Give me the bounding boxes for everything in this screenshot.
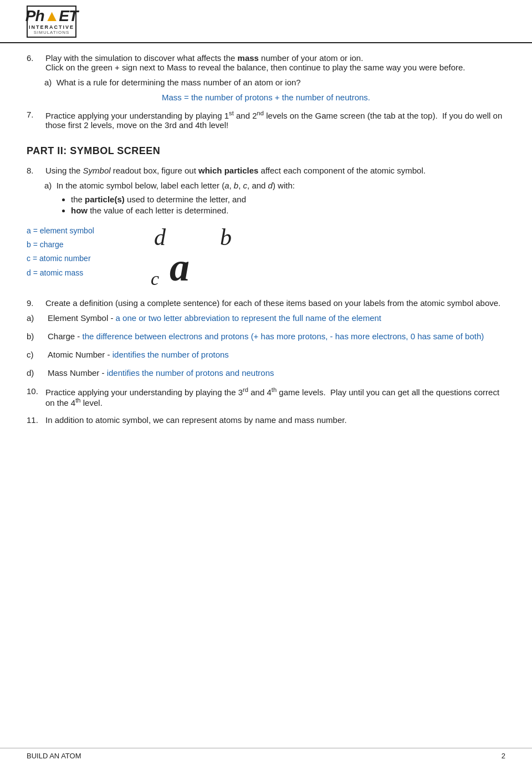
page-footer: BUILD AN ATOM 2 (0, 748, 532, 760)
q8a-bold-particle: particle(s) (85, 195, 125, 204)
q6a-answer: Mass = the number of protons + the numbe… (27, 93, 505, 102)
q9-row: 9. Create a definition (using a complete… (27, 298, 505, 308)
question-6: 6. Play with the simulation to discover … (27, 53, 505, 102)
footer-right: 2 (502, 752, 505, 760)
q7-sup2: nd (257, 110, 264, 116)
q6-text: Play with the simulation to discover wha… (45, 53, 505, 72)
q8a-bullet2: how the value of each letter is determin… (71, 206, 505, 215)
sym-a: a (170, 244, 190, 290)
logo-interactive: INTERACTIVE (29, 24, 74, 30)
sym-d: d (154, 224, 166, 251)
q8a-bold-how: how (71, 206, 88, 215)
q8-number: 8. (27, 166, 42, 175)
q11-text: In addition to atomic symbol, we can rep… (45, 415, 505, 425)
q8a-bullet1: the particle(s) used to determine the le… (71, 195, 505, 204)
question-8: 8. Using the Symbol readout box, figure … (27, 166, 505, 290)
q8-italic-symbol: Symbol (83, 166, 111, 175)
label-d: d = atomic mass (27, 266, 126, 280)
q8a-c: c (243, 181, 248, 190)
q8-row: 8. Using the Symbol readout box, figure … (27, 166, 505, 175)
q9d-content: Mass Number - identifies the number of p… (48, 368, 505, 378)
q10-sup3: th (75, 397, 80, 404)
q10-row: 10. Practice applying your understanding… (27, 386, 505, 407)
q9a-label: a) (27, 313, 44, 323)
part2-heading: Part II: Symbol Screen (27, 145, 505, 157)
q9-number: 9. (27, 298, 42, 308)
q9b-label: b) (27, 332, 44, 341)
q9b-def: b) Charge - the difference between elect… (27, 332, 505, 341)
page-content: 6. Play with the simulation to discover … (0, 53, 532, 466)
symbol-diagram: a = element symbol b = charge c = atomic… (27, 224, 505, 290)
q8a-bullets: the particle(s) used to determine the le… (71, 195, 505, 215)
logo-text: Ph▲ET (25, 8, 78, 24)
question-11: 11. In addition to atomic symbol, we can… (27, 415, 505, 425)
q6a-label: a) What is a rule for determining the ma… (44, 78, 301, 87)
label-b: b = charge (27, 238, 126, 252)
q6a-answer-text: Mass = the number of protons + the numbe… (162, 93, 370, 102)
q9c-label: c) (27, 350, 44, 359)
q9c-answer: identifies the number of protons (112, 350, 229, 359)
q8a-row: a) In the atomic symbol below, label eac… (44, 181, 505, 190)
label-a: a = element symbol (27, 224, 126, 238)
phet-logo: Ph▲ET INTERACTIVE SIMULATIONS (27, 6, 76, 38)
q8-bold-particles: which particles (198, 166, 258, 175)
footer-left: BUILD AN ATOM (27, 752, 81, 760)
q9a-def: a) Element Symbol - a one or two letter … (27, 313, 505, 323)
logo-simulations: SIMULATIONS (34, 30, 70, 35)
q10-text: Practice applying your understanding by … (45, 386, 505, 407)
q6a-row: a) What is a rule for determining the ma… (44, 78, 505, 87)
q8-text: Using the Symbol readout box, figure out… (45, 166, 505, 175)
q8a-a: a (224, 181, 229, 190)
q9b-answer: the difference between electrons and pro… (83, 332, 484, 341)
q8a-b: b (234, 181, 238, 190)
q11-number: 11. (27, 415, 42, 425)
q6-row: 6. Play with the simulation to discover … (27, 53, 505, 72)
q9d-answer: identifies the number of protons and neu… (107, 368, 274, 378)
q9c-def: c) Atomic Number - identifies the number… (27, 350, 505, 359)
q7-sup1: st (229, 110, 234, 116)
sym-c: c (151, 268, 159, 289)
q9c-content: Atomic Number - identifies the number of… (48, 350, 505, 359)
q9a-content: Element Symbol - a one or two letter abb… (48, 313, 505, 323)
q10-sup2: th (272, 386, 277, 393)
q8a-d: d (268, 181, 273, 190)
q6-number: 6. (27, 53, 42, 72)
question-7: 7. Practice applying your understanding … (27, 110, 505, 130)
page-header: Ph▲ET INTERACTIVE SIMULATIONS (0, 0, 532, 43)
q9b-content: Charge - the difference between electron… (48, 332, 505, 341)
q10-sup1: rd (243, 386, 248, 393)
part2-heading-text: Part II: Symbol Screen (27, 145, 160, 156)
sym-b: b (220, 224, 232, 251)
q9d-label: d) (27, 368, 44, 378)
q6-bold-mass: mass (238, 53, 259, 63)
q9a-answer: a one or two letter abbreviation to repr… (116, 313, 381, 323)
q9d-def: d) Mass Number - identifies the number o… (27, 368, 505, 378)
q7-text: Practice applying your understanding by … (45, 110, 505, 130)
q7-number: 7. (27, 110, 42, 130)
q7-row: 7. Practice applying your understanding … (27, 110, 505, 130)
q11-row: 11. In addition to atomic symbol, we can… (27, 415, 505, 425)
question-9: 9. Create a definition (using a complete… (27, 298, 505, 378)
atomic-symbol-display: d b a c (149, 224, 237, 290)
label-c: c = atomic number (27, 252, 126, 266)
q10-number: 10. (27, 386, 42, 407)
q9-text: Create a definition (using a complete se… (45, 298, 505, 308)
question-10: 10. Practice applying your understanding… (27, 386, 505, 407)
symbol-labels: a = element symbol b = charge c = atomic… (27, 224, 126, 280)
